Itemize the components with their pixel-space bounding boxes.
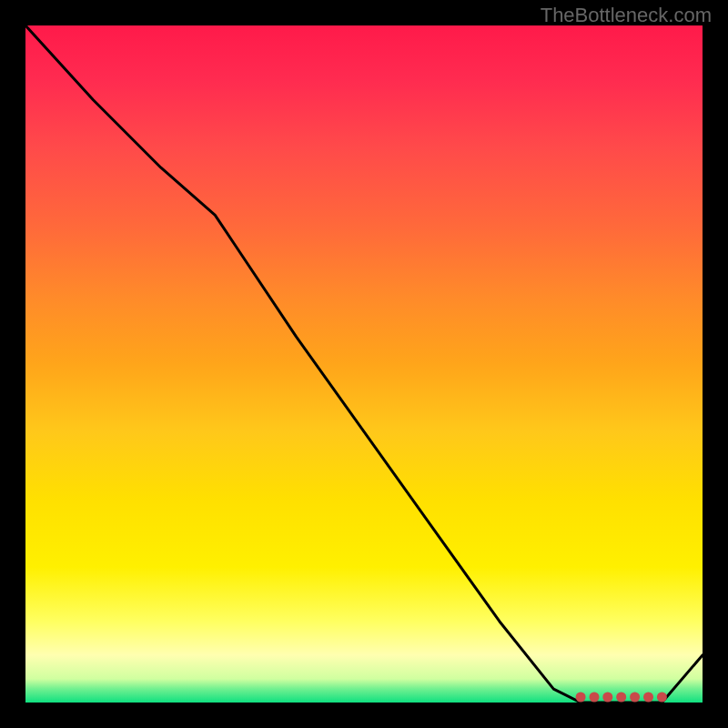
marker-dot xyxy=(630,693,640,703)
marker-dot xyxy=(657,693,667,703)
marker-dot xyxy=(576,693,586,703)
watermark-text: TheBottleneck.com xyxy=(541,4,712,27)
chart-markers xyxy=(576,693,667,703)
bottleneck-line xyxy=(25,25,703,703)
marker-dot xyxy=(643,693,653,703)
chart-plot-area xyxy=(25,25,703,703)
marker-dot xyxy=(616,693,626,703)
chart-line-layer xyxy=(25,25,703,703)
marker-dot xyxy=(590,693,600,703)
marker-dot xyxy=(602,693,612,703)
